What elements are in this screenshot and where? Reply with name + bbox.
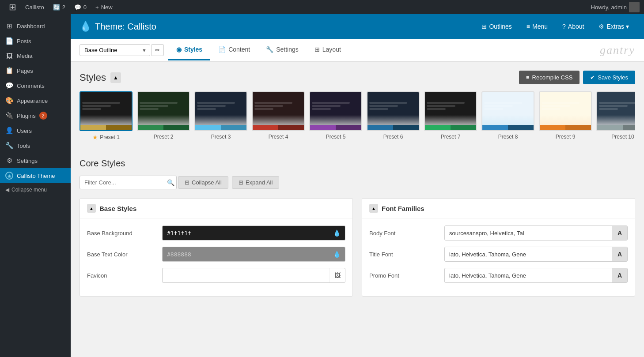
preset-thumb-8[interactable]: 👁 — [481, 91, 534, 131]
comments-item[interactable]: 💬 0 — [70, 0, 91, 14]
preset-item-5[interactable]: 👁 Preset 5 — [309, 91, 362, 141]
preset-item-2[interactable]: 👁 Preset 2 — [137, 91, 190, 141]
filter-core-input[interactable] — [80, 176, 177, 189]
sidebar-item-plugins[interactable]: 🔌 Plugins 2 — [0, 108, 71, 123]
preset-item-3[interactable]: 👁 Preset 3 — [194, 91, 247, 141]
preset-item-8[interactable]: 👁 Preset 8 — [481, 91, 534, 141]
recompile-label: Recompile CSS — [532, 74, 573, 81]
about-button[interactable]: ? About — [556, 19, 590, 34]
preset-label-2: Preset 2 — [137, 134, 190, 140]
tab-styles[interactable]: ◉ Styles — [168, 40, 210, 60]
settings-icon: ⚙ — [5, 157, 13, 165]
preset-label-7: Preset 7 — [424, 134, 477, 140]
body-font-input-wrap: A — [444, 225, 628, 241]
body-font-input[interactable] — [445, 226, 612, 240]
revisions-item[interactable]: 🔄 2 — [49, 0, 70, 14]
preset-thumb-10[interactable]: 👁 — [596, 91, 635, 131]
title-font-input[interactable] — [445, 248, 612, 261]
sidebar-item-dashboard[interactable]: ⊞ Dashboard — [0, 19, 71, 34]
site-name-item[interactable]: Callisto — [21, 0, 49, 14]
extras-button[interactable]: ⚙ Extras ▾ — [592, 19, 635, 34]
preset-item-7[interactable]: 👁 Preset 7 — [424, 91, 477, 141]
wp-logo-item[interactable]: ⊞ — [4, 0, 21, 14]
tab-settings[interactable]: 🔧 Settings — [258, 40, 307, 60]
preset-thumb-4[interactable]: 👁 — [252, 91, 305, 131]
sidebar-item-callisto-theme[interactable]: ◉ Callisto Theme — [0, 168, 71, 183]
sidebar-item-posts[interactable]: 📄 Posts — [0, 34, 71, 49]
comments-count: 0 — [83, 4, 87, 11]
sidebar-item-users[interactable]: 👤 Users — [0, 123, 71, 138]
preset-item-1[interactable]: 👁 ★ Preset 1 — [80, 91, 133, 141]
body-font-button[interactable]: A — [612, 226, 627, 240]
appearance-icon: 🎨 — [5, 97, 13, 105]
font-families-panel: ▲ Font Families Body Font A — [362, 198, 635, 297]
preset-label-5: Preset 5 — [309, 134, 362, 140]
content-area: Styles ▲ ≡ Recompile CSS ✔ Save Styles — [71, 62, 644, 357]
styles-heading-text: Styles — [80, 72, 106, 83]
sidebar-item-appearance[interactable]: 🎨 Appearance — [0, 93, 71, 108]
save-styles-button[interactable]: ✔ Save Styles — [583, 71, 635, 84]
sidebar-item-tools[interactable]: 🔧 Tools — [0, 138, 71, 153]
expand-all-button[interactable]: ⊞ Expand All — [232, 176, 279, 189]
preset-thumb-5[interactable]: 👁 — [309, 91, 362, 131]
base-background-input[interactable] — [163, 226, 329, 240]
tab-layout[interactable]: ⊞ Layout — [307, 40, 349, 60]
promo-font-button[interactable]: A — [612, 268, 627, 282]
favicon-input-wrap: 🖼 — [162, 268, 345, 283]
avatar — [629, 2, 640, 12]
menu-icon: ≡ — [527, 23, 530, 30]
recompile-css-button[interactable]: ≡ Recompile CSS — [519, 71, 580, 84]
base-styles-collapse-button[interactable]: ▲ — [87, 204, 96, 213]
comments-icon: 💬 — [74, 4, 81, 11]
search-button[interactable]: 🔍 — [167, 179, 174, 186]
sidebar-item-comments[interactable]: 💬 Comments — [0, 78, 71, 93]
title-font-row: Title Font A — [369, 247, 628, 262]
preset-item-10[interactable]: 👁 Preset 10 — [596, 91, 635, 141]
preset-item-6[interactable]: 👁 Preset 6 — [367, 91, 420, 141]
collapse-all-button[interactable]: ⊟ Collapse All — [178, 176, 228, 189]
preset-name-4: Preset 4 — [269, 134, 288, 140]
sidebar-item-media[interactable]: 🖼 Media — [0, 49, 71, 63]
preset-item-9[interactable]: 👁 Preset 9 — [539, 91, 592, 141]
outline-select[interactable]: Base Outline — [80, 44, 150, 56]
theme-title-text: Theme: Callisto — [95, 22, 156, 32]
preset-thumb-3[interactable]: 👁 — [194, 91, 247, 131]
promo-font-input[interactable] — [445, 269, 612, 282]
preset-thumb-7[interactable]: 👁 — [424, 91, 477, 131]
styles-tab-icon: ◉ — [176, 46, 182, 53]
preset-thumb-6[interactable]: 👁 — [367, 91, 420, 131]
plus-icon: + — [95, 4, 99, 11]
color-dropper-icon[interactable]: 💧 — [329, 226, 345, 240]
sidebar-label-plugins: Plugins — [17, 113, 36, 119]
sidebar-item-settings[interactable]: ⚙ Settings — [0, 153, 71, 168]
preset-thumb-2[interactable]: 👁 — [137, 91, 190, 131]
preset-name-2: Preset 2 — [154, 134, 174, 140]
favicon-input[interactable] — [163, 269, 330, 282]
users-icon: 👤 — [5, 127, 13, 135]
base-styles-panel-body: Base Background 💧 Base Text Color — [80, 218, 352, 296]
styles-collapse-button[interactable]: ▲ — [110, 72, 121, 83]
outlines-button[interactable]: ⊞ Outlines — [475, 19, 518, 34]
layout-tab-label: Layout — [322, 46, 341, 53]
collapse-arrow-icon: ◀ — [5, 187, 9, 193]
new-item[interactable]: + New — [91, 0, 117, 14]
collapse-all-icon: ⊟ — [185, 179, 189, 186]
menu-button[interactable]: ≡ Menu — [520, 19, 554, 34]
preset-thumb-9[interactable]: 👁 — [539, 91, 592, 131]
file-upload-icon[interactable]: 🖼 — [330, 268, 345, 282]
collapse-menu[interactable]: ◀ Collapse menu — [0, 183, 71, 196]
color-dropper-2-icon[interactable]: 💧 — [329, 247, 345, 261]
panels-row: ▲ Base Styles Base Background 💧 — [80, 198, 635, 297]
sidebar-item-pages[interactable]: 📋 Pages — [0, 63, 71, 78]
checkmark-icon: ✔ — [590, 74, 595, 81]
core-styles-heading: Core Styles — [80, 158, 635, 169]
edit-outline-button[interactable]: ✏ — [151, 44, 164, 56]
title-font-input-wrap: A — [444, 247, 628, 262]
preset-item-4[interactable]: 👁 Preset 4 — [252, 91, 305, 141]
tab-content[interactable]: 📄 Content — [210, 40, 258, 60]
title-font-button[interactable]: A — [612, 247, 627, 261]
preset-thumb-1[interactable]: 👁 — [80, 91, 133, 131]
base-text-color-input-wrap: 💧 — [162, 247, 345, 262]
base-text-color-input[interactable] — [163, 248, 329, 261]
font-families-collapse-button[interactable]: ▲ — [369, 204, 378, 213]
